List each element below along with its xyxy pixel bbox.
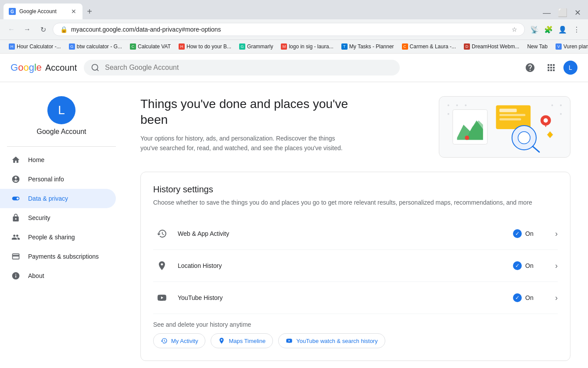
see-delete-text: See and delete your history anytime [153,321,558,328]
lock-icon: 🔒 [60,26,68,33]
sidebar-item-data-privacy[interactable]: Data & privacy [0,189,116,208]
hero-illustration [439,96,570,158]
bookmark-carmen[interactable]: C Carmen & Laura -... [398,42,459,51]
maps-timeline-label: Maps Timeline [229,338,265,344]
new-tab-button[interactable]: + [83,5,96,18]
page-title: Things you've done and places you've bee… [140,96,351,128]
person-icon [11,175,21,184]
sidebar-label-personal-info: Personal info [28,176,64,183]
back-button[interactable]: ← [5,23,18,36]
sidebar-item-personal-info[interactable]: Personal info [0,170,116,189]
google-logo-text: Google [11,62,42,73]
menu-icon[interactable]: ⋮ [570,23,583,36]
maximize-button[interactable]: ⬜ [554,8,571,18]
tab-title: Google Account [19,8,67,14]
browser-toolbar: ← → ↻ 🔒 ☆ 📡 🧩 👤 ⋮ [0,19,588,40]
history-settings-card: History settings Choose whether to save … [140,172,570,361]
sidebar-label-security: Security [28,214,50,221]
history-card-title: History settings [153,184,558,195]
help-button[interactable] [521,59,539,76]
search-box[interactable] [84,60,400,76]
extensions-icon[interactable]: 🧩 [542,23,555,36]
close-window-button[interactable]: ✕ [571,8,584,18]
bookmark-grammarly[interactable]: G Grammarly [236,42,276,51]
web-app-activity-item[interactable]: Web & App Activity ✓ On › [153,218,558,250]
info-icon [11,271,21,280]
youtube-history-item[interactable]: YouTube History ✓ On › [153,282,558,314]
maps-timeline-icon [218,337,225,344]
my-activity-icon [161,337,168,344]
header-actions: L [521,59,577,76]
bookmark-dreamhost[interactable]: D DreamHost Webm... [460,42,523,51]
active-tab[interactable]: G Google Account ✕ [4,4,82,19]
credit-card-icon [11,252,21,261]
forward-button[interactable]: → [21,23,33,36]
svg-point-7 [551,105,553,106]
toggle-icon [11,194,21,203]
page-header: Google Account L [0,54,588,82]
svg-point-6 [560,105,562,106]
minimize-button[interactable]: — [539,8,554,18]
google-account-logo[interactable]: Google Account [11,62,77,73]
help-icon [525,62,535,73]
web-app-activity-icon [153,225,171,242]
apps-button[interactable] [542,59,560,76]
page-description: Your options for history, ads, and perso… [140,133,351,153]
youtube-search-history-link[interactable]: YouTube watch & search history [278,333,385,348]
bookmark-vuren[interactable]: V Vuren plank C24 g... [552,42,588,51]
sidebar-item-people-sharing[interactable]: People & sharing [0,227,116,247]
address-bar[interactable]: 🔒 ☆ [53,23,525,36]
bookmark-tasks[interactable]: T My Tasks - Planner [338,42,398,51]
address-input[interactable] [71,26,508,33]
youtube-search-history-label: YouTube watch & search history [296,338,377,344]
sidebar-app-name: Google Account [37,128,86,136]
sidebar-item-about[interactable]: About [0,266,116,285]
svg-rect-16 [499,118,521,120]
bookmark-hour-calculator[interactable]: H Hour Calculator -... [5,42,65,51]
sidebar-item-payments[interactable]: Payments & subscriptions [0,247,116,266]
bookmark-vat[interactable]: C Calculate VAT [126,42,174,51]
illustration-svg [439,97,570,157]
location-history-content: Location History [178,262,513,269]
refresh-button[interactable]: ↻ [37,23,49,36]
cast-icon[interactable]: 📡 [528,23,541,36]
location-history-item[interactable]: Location History ✓ On › [153,250,558,282]
svg-point-18 [518,132,531,144]
svg-point-5 [448,113,449,115]
location-history-status-text: On [525,262,534,269]
sidebar-item-security[interactable]: Security [0,208,116,227]
lock-icon [11,213,21,222]
page: Google Account L [0,54,588,368]
bookmark-btw[interactable]: G btw calculator - G... [65,42,125,51]
sidebar-nav: Home Personal info Data & privacy [0,150,123,285]
search-icon [91,63,100,72]
people-icon [11,233,21,242]
svg-point-3 [456,105,458,106]
header-search-container [84,60,400,76]
sidebar-label-about: About [28,272,44,279]
search-input[interactable] [105,64,393,72]
star-icon[interactable]: ☆ [512,26,517,33]
sidebar-item-home[interactable]: Home [0,150,116,170]
location-history-label: Location History [178,262,222,269]
apps-icon [546,62,556,73]
youtube-history-status: ✓ On [513,293,548,302]
tab-close-button[interactable]: ✕ [70,8,77,15]
youtube-search-icon [286,337,293,344]
youtube-history-content: YouTube History [178,294,513,301]
user-avatar[interactable]: L [563,61,577,75]
maps-timeline-link[interactable]: Maps Timeline [211,333,273,348]
my-activity-link[interactable]: My Activity [153,333,205,348]
account-label: Account [45,63,77,73]
my-activity-label: My Activity [171,338,198,344]
profile-icon[interactable]: 👤 [556,23,569,36]
main-content: Things you've done and places you've bee… [123,82,588,368]
svg-point-20 [544,118,548,123]
sidebar-label-home: Home [28,156,44,163]
bookmark-newtab[interactable]: New Tab [523,42,551,51]
bookmark-logo-sig[interactable]: M logo in sig - laura... [277,42,337,51]
sidebar-label-data-privacy: Data & privacy [28,195,68,202]
youtube-history-label: YouTube History [178,294,222,301]
svg-point-12 [465,136,469,140]
bookmark-howto[interactable]: H How to do your B... [175,42,235,51]
